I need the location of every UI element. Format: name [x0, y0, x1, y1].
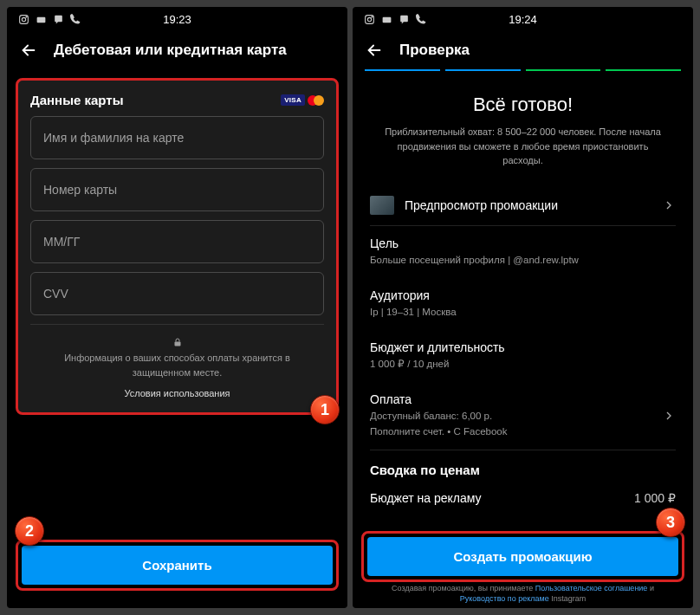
topbar: Дебетовая или кредитная карта	[7, 31, 347, 69]
status-icons	[17, 13, 81, 25]
budget-title: Бюджет и длительность	[370, 340, 676, 354]
audience-title: Аудитория	[370, 288, 676, 302]
status-bar: 19:23	[7, 7, 347, 31]
instagram-icon	[17, 13, 29, 25]
save-button[interactable]: Сохранить	[22, 546, 333, 585]
audience-value: Ip | 19–31 | Москва	[370, 305, 676, 320]
topbar: Проверка	[353, 31, 693, 69]
preview-thumbnail	[370, 196, 394, 215]
svg-point-7	[371, 16, 372, 16]
step-badge-1: 1	[310, 395, 340, 424]
card-brand-icons: VISA	[281, 94, 324, 106]
summary-title: Сводка по ценам	[353, 450, 693, 484]
security-note-text: Информация о ваших способах оплаты храни…	[64, 353, 290, 378]
divider	[30, 324, 324, 325]
status-bar: 19:24	[353, 7, 693, 31]
mastercard-icon	[308, 95, 324, 106]
disclaimer: Создавая промоакцию, вы принимаете Польз…	[353, 583, 693, 605]
visa-icon: VISA	[281, 94, 305, 106]
phone-left: 19:23 Дебетовая или кредитная карта Данн…	[7, 7, 347, 608]
save-button-highlight: Сохранить 2	[16, 540, 339, 591]
notification-icon	[35, 13, 47, 25]
page-title: Дебетовая или кредитная карта	[54, 42, 287, 59]
goal-section: Цель Больше посещений профиля | @and.rew…	[353, 226, 693, 278]
card-section-title: Данные карты	[30, 93, 123, 107]
svg-rect-3	[36, 16, 45, 23]
audience-section: Аудитория Ip | 19–31 | Москва	[353, 278, 693, 330]
phone-icon	[415, 13, 427, 25]
card-details-box: Данные карты VISA Имя и фамилия на карте…	[16, 78, 339, 415]
card-number-input[interactable]: Номер карты	[30, 168, 324, 211]
phone-right: 19:24 Проверка Всё готово! Приблизительн…	[353, 7, 693, 608]
payment-balance: Доступный баланс: 6,00 р.	[370, 409, 662, 424]
instagram-icon	[363, 13, 375, 25]
ad-budget-row: Бюджет на рекламу 1 000 ₽	[353, 484, 693, 512]
step-badge-2: 2	[15, 516, 44, 546]
terms-link[interactable]: Условия использования	[30, 388, 324, 398]
ad-guidelines-link[interactable]: Руководство по рекламе	[460, 594, 549, 603]
status-icons	[363, 13, 427, 25]
viber-icon	[52, 13, 64, 25]
svg-point-1	[22, 17, 25, 21]
viber-icon	[398, 13, 410, 25]
svg-rect-4	[174, 342, 180, 346]
payment-topup: Пополните счет. • С Facebook	[370, 424, 662, 439]
ad-budget-label: Бюджет на рекламу	[370, 491, 482, 505]
goal-value: Больше посещений профиля | @and.rew.lptw	[370, 253, 676, 268]
cardholder-name-input[interactable]: Имя и фамилия на карте	[30, 116, 324, 159]
goal-title: Цель	[370, 236, 676, 250]
payment-section[interactable]: Оплата Доступный баланс: 6,00 р. Пополни…	[353, 382, 693, 450]
progress-strip	[353, 69, 693, 71]
svg-rect-8	[382, 16, 391, 23]
user-agreement-link[interactable]: Пользовательское соглашение	[535, 584, 648, 592]
create-button-highlight: Создать промоакцию 3	[361, 531, 684, 582]
security-note: Информация о ваших способах оплаты храни…	[30, 337, 324, 379]
ready-subheading: Приблизительный охват: 8 500–22 000 чело…	[353, 116, 693, 185]
page-title: Проверка	[399, 42, 470, 59]
step-badge-3: 3	[656, 508, 685, 537]
chevron-right-icon	[662, 198, 676, 212]
budget-value: 1 000 ₽ / 10 дней	[370, 357, 676, 372]
cvv-input[interactable]: CVV	[30, 272, 324, 315]
phone-icon	[69, 13, 81, 25]
back-arrow-icon[interactable]	[19, 41, 38, 60]
svg-point-6	[367, 17, 371, 21]
create-promo-button[interactable]: Создать промоакцию	[367, 537, 678, 576]
budget-section: Бюджет и длительность 1 000 ₽ / 10 дней	[353, 330, 693, 382]
lock-icon	[172, 337, 183, 347]
preview-row[interactable]: Предпросмотр промоакции	[353, 185, 693, 225]
ad-budget-value: 1 000 ₽	[634, 491, 676, 505]
back-arrow-icon[interactable]	[365, 41, 384, 60]
expiry-input[interactable]: ММ/ГГ	[30, 220, 324, 263]
ready-heading: Всё готово!	[353, 94, 693, 116]
chevron-right-icon	[662, 409, 676, 423]
preview-label: Предпросмотр промоакции	[405, 198, 651, 212]
notification-icon	[380, 13, 392, 25]
payment-title: Оплата	[370, 392, 662, 406]
svg-point-2	[25, 16, 26, 16]
